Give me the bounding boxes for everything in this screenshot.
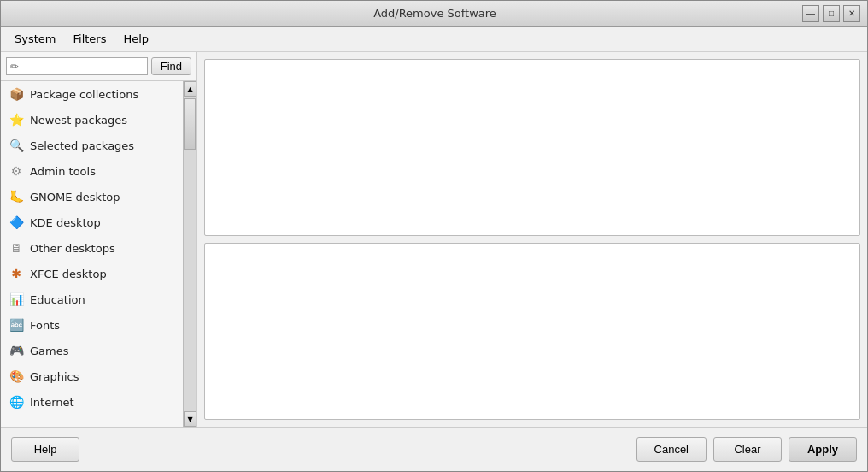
nav-icon-fonts: 🔤 [8, 316, 25, 333]
window-controls: — □ ✕ [802, 5, 860, 22]
nav-item-games[interactable]: 🎮Games [1, 338, 183, 363]
nav-label-kde-desktop: KDE desktop [30, 216, 101, 229]
minimize-button[interactable]: — [802, 5, 819, 22]
nav-icon-kde-desktop: 🔷 [8, 214, 25, 231]
main-window: Add/Remove Software — □ ✕ System Filters… [0, 0, 868, 472]
apply-button[interactable]: Apply [789, 437, 857, 462]
cancel-button[interactable]: Cancel [636, 437, 707, 462]
nav-label-internet: Internet [30, 396, 74, 409]
nav-icon-internet: 🌐 [8, 393, 25, 410]
lower-content-pane [204, 243, 860, 420]
title-bar: Add/Remove Software — □ ✕ [1, 1, 867, 27]
right-panel [197, 52, 867, 427]
edit-icon: ✏ [10, 61, 19, 73]
nav-item-other-desktops[interactable]: 🖥Other desktops [1, 235, 183, 261]
nav-label-admin-tools: Admin tools [30, 165, 96, 178]
nav-list: 📦Package collections⭐Newest packages🔍Sel… [1, 81, 183, 427]
content-area: ✏ Find 📦Package collections⭐Newest packa… [1, 52, 867, 427]
left-panel: ✏ Find 📦Package collections⭐Newest packa… [1, 52, 197, 427]
nav-item-gnome-desktop[interactable]: 🦶GNOME desktop [1, 184, 183, 209]
menu-bar: System Filters Help [1, 27, 867, 52]
nav-list-wrapper: 📦Package collections⭐Newest packages🔍Sel… [1, 81, 196, 427]
scrollbar: ▲ ▼ [183, 81, 196, 427]
nav-label-xfce-desktop: XFCE desktop [30, 268, 107, 280]
nav-label-games: Games [30, 345, 68, 357]
nav-item-kde-desktop[interactable]: 🔷KDE desktop [1, 209, 183, 235]
nav-label-selected-packages: Selected packages [30, 139, 134, 152]
nav-item-newest-packages[interactable]: ⭐Newest packages [1, 107, 183, 133]
menu-filters[interactable]: Filters [66, 30, 113, 48]
nav-item-internet[interactable]: 🌐Internet [1, 389, 183, 415]
nav-item-xfce-desktop[interactable]: ✱XFCE desktop [1, 261, 183, 286]
nav-label-newest-packages: Newest packages [30, 114, 127, 127]
menu-system[interactable]: System [8, 30, 62, 48]
upper-content-pane [204, 59, 860, 236]
nav-icon-education: 📊 [8, 291, 25, 308]
nav-icon-other-desktops: 🖥 [8, 239, 25, 257]
nav-label-fonts: Fonts [30, 319, 60, 332]
nav-icon-graphics: 🎨 [8, 368, 25, 385]
scrollbar-track [184, 97, 196, 411]
scroll-down-button[interactable]: ▼ [184, 411, 196, 427]
menu-help[interactable]: Help [116, 30, 155, 48]
find-button[interactable]: Find [151, 57, 191, 75]
nav-item-graphics[interactable]: 🎨Graphics [1, 363, 183, 389]
window-title: Add/Remove Software [67, 7, 802, 20]
close-button[interactable]: ✕ [843, 5, 860, 22]
nav-icon-games: 🎮 [8, 342, 25, 359]
nav-icon-selected-packages: 🔍 [8, 137, 25, 154]
bottom-bar: Help Cancel Clear Apply [1, 427, 867, 471]
nav-icon-admin-tools: ⚙ [8, 162, 25, 180]
nav-label-other-desktops: Other desktops [30, 242, 115, 255]
nav-item-admin-tools[interactable]: ⚙Admin tools [1, 158, 183, 184]
nav-label-gnome-desktop: GNOME desktop [30, 191, 120, 204]
maximize-button[interactable]: □ [823, 5, 840, 22]
help-button[interactable]: Help [11, 437, 79, 462]
nav-icon-xfce-desktop: ✱ [8, 265, 25, 282]
scroll-up-button[interactable]: ▲ [184, 81, 196, 97]
nav-item-fonts[interactable]: 🔤Fonts [1, 312, 183, 338]
nav-item-package-collections[interactable]: 📦Package collections [1, 81, 183, 107]
nav-item-selected-packages[interactable]: 🔍Selected packages [1, 133, 183, 158]
nav-label-graphics: Graphics [30, 370, 79, 383]
nav-item-education[interactable]: 📊Education [1, 286, 183, 312]
nav-label-package-collections: Package collections [30, 88, 138, 101]
search-input[interactable] [22, 60, 144, 73]
nav-icon-newest-packages: ⭐ [8, 111, 25, 128]
nav-icon-gnome-desktop: 🦶 [8, 188, 25, 205]
scrollbar-thumb[interactable] [184, 98, 196, 150]
search-input-wrap[interactable]: ✏ [6, 57, 148, 75]
nav-icon-package-collections: 📦 [8, 86, 25, 103]
nav-label-education: Education [30, 293, 85, 306]
search-bar: ✏ Find [1, 52, 196, 81]
clear-button[interactable]: Clear [713, 437, 782, 462]
